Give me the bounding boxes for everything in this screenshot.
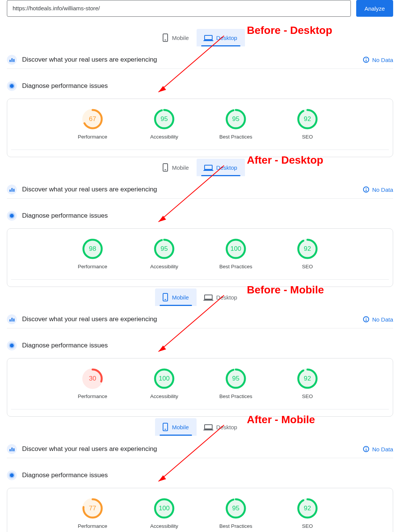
gauge: 95	[226, 368, 246, 389]
gauge: 95	[154, 109, 174, 129]
lighthouse-card: 67 Performance 95 Accessibility 95 Best …	[7, 99, 393, 157]
crux-icon	[7, 185, 17, 194]
gauge-col: 77 Performance	[70, 498, 115, 529]
svg-line-10	[158, 166, 224, 222]
gauge: 92	[297, 239, 318, 259]
gauge-value: 95	[226, 109, 246, 129]
gauge-col: 95 Best Practices	[213, 368, 259, 399]
gauge: 100	[226, 239, 246, 259]
gauge-value: 92	[297, 109, 318, 129]
gauge-label: Performance	[78, 523, 107, 529]
gauge-label: Accessibility	[150, 134, 178, 140]
lighthouse-card: 98 Performance 95 Accessibility 100 Best…	[7, 228, 393, 287]
gauge-col: 30 Performance	[70, 368, 115, 399]
gauge-col: 100 Accessibility	[141, 498, 187, 529]
gauge-col: 92 SEO	[285, 498, 330, 529]
gauge-label: Accessibility	[150, 264, 178, 269]
gauge-col: 100 Accessibility	[141, 368, 187, 399]
gauge-label: Best Practices	[219, 393, 252, 399]
lighthouse-card: 30 Performance 100 Accessibility 95 Best…	[7, 358, 393, 417]
gauge-label: Performance	[78, 393, 107, 399]
gauge-label: SEO	[302, 134, 313, 140]
gauge: 95	[154, 239, 174, 259]
gauge-col: 67 Performance	[70, 109, 115, 140]
gauge-value: 92	[297, 498, 318, 519]
gauge-col: 95 Accessibility	[141, 239, 187, 269]
crux-icon	[7, 55, 17, 65]
gauge-label: Performance	[78, 264, 107, 269]
gauge: 100	[154, 368, 174, 389]
gauge: 98	[82, 239, 103, 259]
gauge-value: 95	[226, 368, 246, 389]
gauge: 30	[82, 368, 103, 389]
info-icon	[363, 186, 369, 193]
analyze-button[interactable]: Analyze	[356, 0, 393, 17]
no-data-link[interactable]: No Data	[363, 57, 393, 63]
gauge-value: 95	[154, 239, 174, 259]
gauge: 67	[82, 109, 103, 129]
gauge-label: Accessibility	[150, 523, 178, 529]
gauge: 95	[226, 498, 246, 519]
gauge-col: 92 SEO	[285, 109, 330, 140]
crux-icon	[7, 314, 17, 324]
no-data-link[interactable]: No Data	[363, 186, 393, 193]
gauge: 100	[154, 498, 174, 519]
gauge: 95	[226, 109, 246, 129]
gauge-col: 95 Best Practices	[213, 498, 259, 529]
svg-line-20	[158, 295, 224, 352]
gauge-value: 100	[154, 368, 174, 389]
crux-icon	[7, 444, 17, 454]
svg-line-30	[158, 425, 224, 481]
info-icon	[363, 446, 369, 452]
lighthouse-card: 77 Performance 100 Accessibility 95 Best…	[7, 488, 393, 532]
gauge-label: Best Practices	[219, 134, 252, 140]
no-data-text: No Data	[372, 57, 393, 63]
gauge-label: Performance	[78, 134, 107, 140]
gauge-label: Best Practices	[219, 264, 252, 269]
annotation-text: After - Mobile	[247, 414, 315, 426]
svg-line-0	[158, 36, 224, 92]
no-data-link[interactable]: No Data	[363, 316, 393, 323]
gauge: 92	[297, 109, 318, 129]
gauge-value: 95	[154, 109, 174, 129]
annotation-text: After - Desktop	[247, 154, 323, 166]
no-data-text: No Data	[372, 446, 393, 452]
gauge-value: 77	[82, 498, 103, 519]
gauge-value: 92	[297, 368, 318, 389]
gauge: 77	[82, 498, 103, 519]
gauge-value: 100	[154, 498, 174, 519]
gauge-col: 92 SEO	[285, 239, 330, 269]
gauge: 92	[297, 498, 318, 519]
gauge-value: 67	[82, 109, 103, 129]
gauge-col: 98 Performance	[70, 239, 115, 269]
gauge-value: 98	[82, 239, 103, 259]
annotation-text: Before - Desktop	[247, 24, 332, 37]
diag-icon	[7, 211, 17, 221]
info-icon	[363, 57, 369, 63]
gauge-col: 95 Best Practices	[213, 109, 259, 140]
diag-icon	[7, 81, 17, 91]
gauge: 92	[297, 368, 318, 389]
no-data-link[interactable]: No Data	[363, 446, 393, 452]
gauge-value: 30	[82, 368, 103, 389]
diag-icon	[7, 341, 17, 350]
url-input[interactable]: https://hotdeals.info/williams-store/	[7, 0, 351, 17]
gauge-value: 100	[226, 239, 246, 259]
gauge-col: 92 SEO	[285, 368, 330, 399]
gauge-value: 95	[226, 498, 246, 519]
gauge-value: 92	[297, 239, 318, 259]
gauge-label: SEO	[302, 393, 313, 399]
diag-icon	[7, 470, 17, 480]
gauge-label: Accessibility	[150, 393, 178, 399]
gauge-label: SEO	[302, 523, 313, 529]
no-data-text: No Data	[372, 316, 393, 323]
gauge-col: 95 Accessibility	[141, 109, 187, 140]
gauge-label: SEO	[302, 264, 313, 269]
no-data-text: No Data	[372, 186, 393, 193]
info-icon	[363, 316, 369, 322]
gauge-label: Best Practices	[219, 523, 252, 529]
gauge-col: 100 Best Practices	[213, 239, 259, 269]
annotation-text: Before - Mobile	[247, 284, 324, 296]
